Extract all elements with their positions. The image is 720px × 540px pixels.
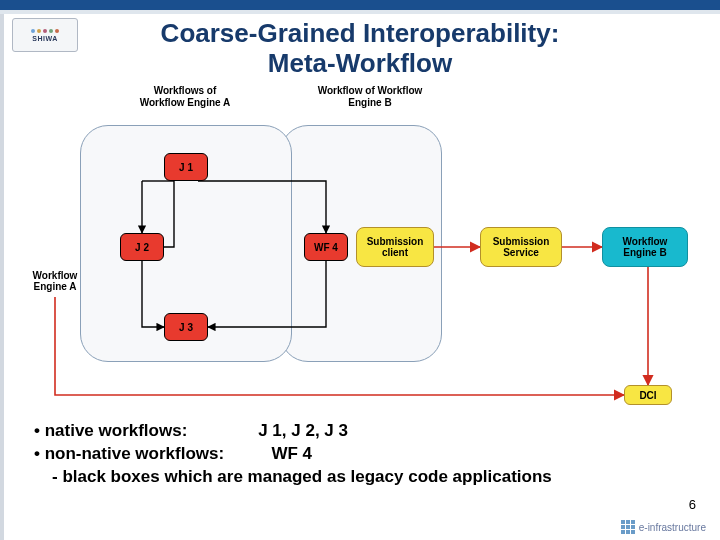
bullet-3: - black boxes which are managed as legac… xyxy=(34,466,700,489)
node-workflow-engine-a: Workflow Engine A xyxy=(24,265,86,297)
node-wf4: WF 4 xyxy=(304,233,348,261)
node-submission-service: Submission Service xyxy=(480,227,562,267)
node-j2: J 2 xyxy=(120,233,164,261)
node-j1: J 1 xyxy=(164,153,208,181)
sub-bar xyxy=(0,10,720,14)
bullet-2-value: WF 4 xyxy=(271,444,312,463)
bullet-1-value: J 1, J 2, J 3 xyxy=(258,421,348,440)
node-dci: DCI xyxy=(624,385,672,405)
bullet-list: • native workflows: J 1, J 2, J 3 • non-… xyxy=(34,420,700,489)
footer-text: e-infrastructure xyxy=(639,522,706,533)
slide-title-line2: Meta-Workflow xyxy=(0,48,720,79)
node-workflow-engine-b: Workflow Engine B xyxy=(602,227,688,267)
bullet-1-label: • native workflows: xyxy=(34,421,187,440)
node-j3: J 3 xyxy=(164,313,208,341)
footer-logo: e-infrastructure xyxy=(621,520,706,534)
grid-icon xyxy=(621,520,635,534)
page-number: 6 xyxy=(689,497,696,512)
top-bar xyxy=(0,0,720,10)
sidebar-edge xyxy=(0,14,4,540)
diagram-area: Workflows of Workflow Engine A Workflow … xyxy=(20,85,700,405)
slide-title-line1: Coarse-Grained Interoperability: xyxy=(0,18,720,49)
bullet-2-label: • non-native workflows: xyxy=(34,444,224,463)
node-submission-client: Submission client xyxy=(356,227,434,267)
